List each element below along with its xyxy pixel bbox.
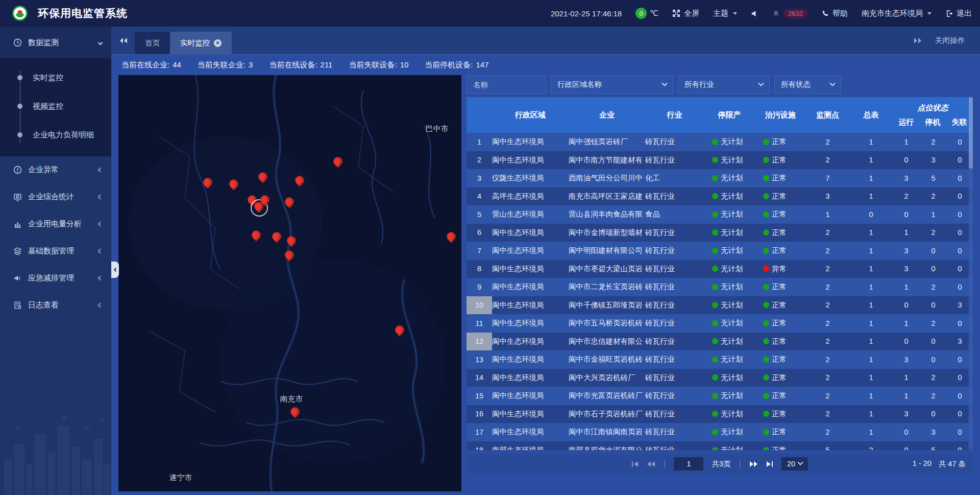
close-operations-button[interactable]: 关闭操作: [935, 36, 965, 45]
limit-status-cell: 无计划: [704, 224, 755, 242]
map-pin-icon[interactable]: [203, 178, 212, 187]
stat-label: 当前停机设备:: [425, 60, 473, 70]
sidebar-item-base-data[interactable]: 基础数据管理: [0, 238, 111, 265]
map-pin-icon[interactable]: [395, 325, 404, 335]
clock-icon: [13, 38, 22, 47]
table-row[interactable]: 3 仪陇生态环境局 西南油气田分公司川中 化工 无计划: [467, 169, 973, 187]
industry-cell: 砖瓦行业: [645, 224, 704, 242]
next-page-button[interactable]: [749, 461, 758, 467]
company-cell: 阆中强锐页岩砖厂: [569, 133, 645, 151]
table-row[interactable]: 17 阆中生态环境局 阆中市江南镇阆南页岩 砖瓦行业 无计划: [467, 423, 973, 441]
table-row[interactable]: 9 阆中生态环境局 阆中市二龙长宝页岩砖 砖瓦行业 无计划: [467, 278, 973, 296]
run-count-cell: 2: [893, 187, 920, 206]
table-row[interactable]: 12 阆中生态环境局 阆中市忠信建材有限公 砖瓦行业 无计划: [467, 333, 973, 351]
fullscreen-button[interactable]: 全屏: [672, 9, 699, 18]
status-dot-icon: [712, 175, 718, 181]
tab-close-icon[interactable]: ×: [214, 39, 222, 47]
sidebar-item-log-view[interactable]: 日志查看: [0, 292, 111, 319]
company-cell: 南充市高坪区王家店建: [569, 187, 645, 206]
sidebar-item-enterprise-statistics[interactable]: 企业综合统计: [0, 183, 111, 210]
map-pin-icon[interactable]: [260, 195, 270, 204]
map-pin-icon[interactable]: [252, 230, 261, 240]
stop-count-cell: 2: [920, 187, 947, 206]
sidebar-item-realtime-monitor[interactable]: 实时监控: [0, 63, 111, 92]
table-row[interactable]: 1 阆中生态环境局 阆中强锐页岩砖厂 砖瓦行业 无计划: [467, 133, 973, 151]
enterprise-table: 行政区域 企业 行业 停限产 治污设施 监测点 总表 点位状态 运行: [467, 97, 973, 450]
map-pin-icon[interactable]: [290, 407, 300, 416]
logout-button[interactable]: 退出: [945, 9, 972, 18]
points-cell: 2: [806, 423, 849, 441]
tabs-scroll-right-button[interactable]: [914, 37, 922, 44]
tabs-scroll-left-button[interactable]: [119, 37, 128, 44]
total-meter-cell: 1: [849, 369, 893, 387]
help-button[interactable]: 帮助: [821, 9, 848, 18]
status-dot-icon: [763, 411, 769, 417]
total-count-label: 共 47 条: [939, 459, 966, 469]
stat-item: 当前失联企业: 3: [198, 60, 253, 70]
table-row[interactable]: 11 阆中生态环境局 阆中市五马桥页岩机砖 砖瓦行业 无计划: [467, 314, 973, 333]
table-row[interactable]: 5 营山生态环境局 营山县润丰肉食品有限 食品 无计划: [467, 205, 973, 224]
status-dot-icon: [763, 139, 769, 145]
table-row[interactable]: 15 阆中生态环境局 阆中市光富页岩机砖厂 砖瓦行业 无计划: [467, 387, 973, 405]
table-row[interactable]: 8 阆中生态环境局 阆中市枣碧大梁山页岩 砖瓦行业 无计划: [467, 260, 973, 278]
map-pin-icon[interactable]: [285, 250, 294, 260]
sidebar-item-video-monitor[interactable]: 视频监控: [0, 92, 111, 121]
prev-page-button[interactable]: [647, 461, 655, 467]
sidebar-item-power-load-detail[interactable]: 企业电力负荷明细: [0, 121, 111, 149]
region-filter-select[interactable]: 行政区域名称: [551, 75, 673, 94]
table-row[interactable]: 10 阆中生态环境局 阆中千佛镇五郎垭页岩 砖瓦行业 无计划: [467, 296, 973, 315]
map-pin-icon[interactable]: [229, 179, 238, 188]
table-row[interactable]: 7 阆中生态环境局 阆中明阳建材有限公司 砖瓦行业 无计划: [467, 242, 973, 260]
table-row[interactable]: 14 阆中生态环境局 阆中大兴页岩机砖厂 砖瓦行业 无计划: [467, 369, 973, 387]
name-filter-input[interactable]: [473, 81, 540, 89]
megaphone-icon: [13, 274, 22, 282]
app-title: 环保用电监管系统: [38, 6, 128, 20]
table-row[interactable]: 4 高坪生态环境局 南充市高坪区王家店建 砖瓦行业 无计划: [467, 187, 973, 206]
chevron-down-icon: [829, 80, 835, 86]
limit-status-cell: 无计划: [704, 405, 755, 423]
first-page-button[interactable]: [631, 461, 639, 467]
theme-menu[interactable]: 主题: [713, 9, 737, 18]
map-pin-icon[interactable]: [447, 232, 456, 241]
table-row[interactable]: 18 南部生态环境局 南部县双华水泥有限公 砖瓦行业 无计划: [467, 441, 973, 451]
page-size-select[interactable]: 20: [781, 457, 808, 470]
page-number-input[interactable]: 1: [674, 457, 703, 470]
industry-cell: 砖瓦行业: [645, 333, 704, 351]
stat-item: 当前失联设备: 10: [349, 60, 408, 70]
industry-filter-select[interactable]: 所有行业: [678, 75, 770, 94]
map-panel[interactable]: 巴中市 南充市 遂宁市: [118, 75, 461, 491]
chevron-down-icon: [98, 40, 103, 45]
last-page-button[interactable]: [766, 461, 773, 467]
org-menu[interactable]: 南充市生态环境局: [862, 9, 932, 18]
table-row[interactable]: 13 阆中生态环境局 阆中市金福旺页岩机砖 砖瓦行业 无计划: [467, 350, 973, 369]
sidebar-item-power-analysis[interactable]: 企业用电量分析: [0, 210, 111, 238]
sidebar-item-emergency-reduction[interactable]: 应急减排管理: [0, 265, 111, 292]
status-dot-icon: [763, 193, 769, 199]
sidebar-item-data-monitor[interactable]: 数据监测: [0, 27, 111, 58]
table-row[interactable]: 2 阆中生态环境局 阆中市南方节能建材有 砖瓦行业 无计划: [467, 151, 973, 170]
sidebar-item-enterprise-abnormal[interactable]: 企业异常: [0, 156, 111, 183]
table-row[interactable]: 16 阆中生态环境局 阆中市石子页岩机砖厂 砖瓦行业 无计划: [467, 405, 973, 423]
map-pin-icon[interactable]: [258, 172, 267, 181]
tab-realtime-monitor[interactable]: 实时监控 ×: [170, 32, 232, 54]
bar-chart-icon: [13, 220, 22, 228]
table-scrollbar[interactable]: [969, 97, 973, 450]
map-pin-icon[interactable]: [295, 176, 304, 185]
map-city-label: 巴中市: [426, 124, 449, 134]
table-row[interactable]: 6 阆中生态环境局 阆中市金博瑞新型墙材 砖瓦行业 无计划: [467, 224, 973, 242]
notifications[interactable]: 2632: [772, 9, 807, 18]
sound-button[interactable]: [751, 10, 758, 17]
map-pin-icon[interactable]: [287, 236, 296, 245]
total-meter-cell: 0: [849, 205, 893, 224]
status-filter-select[interactable]: 所有状态: [774, 75, 841, 94]
sidebar-collapse-handle[interactable]: [111, 262, 119, 278]
tab-home[interactable]: 首页: [135, 32, 170, 54]
stop-count-cell: 0: [920, 405, 947, 423]
map-pin-icon[interactable]: [272, 232, 281, 241]
map-pin-icon[interactable]: [333, 157, 342, 166]
row-index-cell: 7: [467, 242, 492, 260]
tab-label: 实时监控: [180, 38, 210, 48]
stat-item: 当前在线企业: 44: [121, 60, 181, 70]
map-pin-icon[interactable]: [285, 197, 294, 206]
industry-cell: 砖瓦行业: [645, 369, 704, 387]
